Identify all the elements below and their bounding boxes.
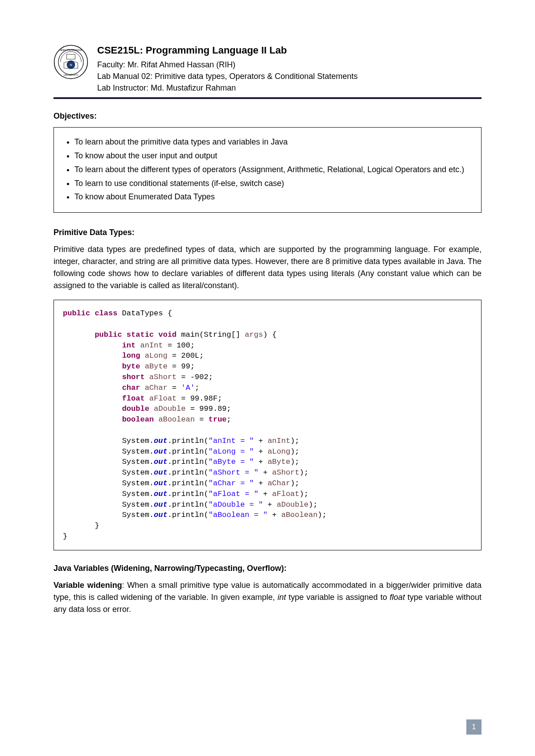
code-string: "aLong = " bbox=[208, 447, 254, 456]
objective-item: To learn to use conditional statements (… bbox=[74, 177, 472, 190]
code-string: "aFloat = " bbox=[208, 490, 258, 498]
code-string: "anInt = " bbox=[208, 437, 254, 445]
header-row: SEEK KNOWLEDGE UNIVERSITY N CSE215L: Pro… bbox=[54, 45, 482, 94]
code-field: out bbox=[154, 437, 168, 445]
code-var: aShort bbox=[149, 373, 177, 381]
code-keyword: true bbox=[208, 415, 226, 424]
code-keyword: double bbox=[122, 405, 149, 413]
code-keyword: char bbox=[122, 384, 140, 392]
code-literal: 99.98F bbox=[190, 394, 218, 403]
objective-item: To learn about the different types of op… bbox=[74, 163, 472, 176]
code-literal: 999.89 bbox=[199, 405, 226, 413]
code-literal: 200L bbox=[181, 351, 199, 360]
manual-line: Lab Manual 02: Primitive data types, Ope… bbox=[97, 70, 358, 82]
code-text: System. bbox=[122, 479, 154, 487]
code-string: "aDouble = " bbox=[208, 500, 263, 509]
objective-item: To know about Enumerated Data Types bbox=[74, 190, 472, 203]
objective-item: To know about the user input and output bbox=[74, 149, 472, 162]
code-literal: 100 bbox=[177, 341, 190, 350]
widening-paragraph: Variable widening: When a small primitiv… bbox=[54, 579, 482, 616]
code-var: aChar bbox=[268, 479, 290, 487]
code-text: .println( bbox=[168, 479, 209, 487]
code-literal: -902 bbox=[190, 373, 209, 381]
code-text: System. bbox=[122, 447, 154, 456]
objective-item: To learn about the primitive data types … bbox=[74, 136, 472, 149]
code-text: System. bbox=[122, 500, 154, 509]
code-var: args bbox=[245, 330, 263, 339]
code-field: out bbox=[154, 458, 168, 466]
code-var: aShort bbox=[272, 468, 299, 477]
widening-label: Variable widening bbox=[54, 581, 122, 590]
code-text: System. bbox=[122, 511, 154, 519]
objectives-list: To learn about the primitive data types … bbox=[63, 136, 472, 203]
code-text: System. bbox=[122, 468, 154, 477]
svg-text:UNIVERSITY: UNIVERSITY bbox=[64, 74, 78, 76]
university-logo-icon: SEEK KNOWLEDGE UNIVERSITY N bbox=[54, 45, 88, 79]
code-text: .println( bbox=[168, 437, 209, 445]
faculty-line: Faculty: Mr. Rifat Ahmed Hassan (RIH) bbox=[97, 59, 358, 70]
primitive-paragraph: Primitive data types are predefined type… bbox=[54, 244, 482, 292]
code-var: aDouble bbox=[277, 500, 309, 509]
code-keyword: long bbox=[122, 351, 140, 360]
code-text: main(String[] bbox=[177, 330, 245, 339]
code-text: System. bbox=[122, 437, 154, 445]
code-text: .println( bbox=[168, 468, 209, 477]
code-text: .println( bbox=[168, 511, 209, 519]
code-field: out bbox=[154, 490, 168, 498]
code-text: .println( bbox=[168, 490, 209, 498]
code-var: aLong bbox=[145, 351, 168, 360]
code-text: System. bbox=[122, 458, 154, 466]
code-literal: 99 bbox=[181, 362, 190, 371]
header-divider bbox=[54, 97, 482, 99]
code-string: 'A' bbox=[181, 384, 195, 392]
code-var: anInt bbox=[140, 341, 163, 350]
code-keyword: byte bbox=[122, 362, 140, 371]
header-text-block: CSE215L: Programming Language II Lab Fac… bbox=[97, 45, 358, 94]
code-var: aChar bbox=[145, 384, 168, 392]
variables-heading: Java Variables (Widening, Narrowing/Type… bbox=[54, 564, 482, 573]
code-keyword: boolean bbox=[122, 415, 154, 424]
code-var: anInt bbox=[268, 437, 290, 445]
code-var: aBoolean bbox=[281, 511, 318, 519]
code-var: aDouble bbox=[154, 405, 185, 413]
code-string: "aShort = " bbox=[208, 468, 258, 477]
code-string: "aBoolean = " bbox=[208, 511, 268, 519]
italic-term: int bbox=[277, 593, 286, 602]
code-text: .println( bbox=[168, 500, 209, 509]
course-title: CSE215L: Programming Language II Lab bbox=[97, 45, 358, 56]
code-var: aBoolean bbox=[158, 415, 195, 424]
svg-rect-4 bbox=[67, 54, 75, 59]
page-number-badge: 1 bbox=[466, 719, 482, 735]
italic-term: float bbox=[390, 593, 405, 602]
code-string: "aByte = " bbox=[208, 458, 254, 466]
widening-text: type variable is assigned to bbox=[286, 593, 390, 602]
code-keyword: short bbox=[122, 373, 145, 381]
code-keyword: float bbox=[122, 394, 145, 403]
code-keyword: public static void bbox=[95, 330, 177, 339]
code-field: out bbox=[154, 468, 168, 477]
code-text: .println( bbox=[168, 458, 209, 466]
code-var: aFloat bbox=[272, 490, 299, 498]
code-field: out bbox=[154, 447, 168, 456]
code-string: "aChar = " bbox=[208, 479, 254, 487]
code-field: out bbox=[154, 479, 168, 487]
code-var: aLong bbox=[268, 447, 290, 456]
objectives-box: To learn about the primitive data types … bbox=[54, 127, 482, 213]
svg-text:N: N bbox=[70, 63, 72, 67]
code-var: aByte bbox=[268, 458, 290, 466]
instructor-line: Lab Instructor: Md. Mustafizur Rahman bbox=[97, 82, 358, 94]
code-keyword: int bbox=[122, 341, 136, 350]
code-field: out bbox=[154, 500, 168, 509]
code-text: DataTypes { bbox=[117, 309, 172, 318]
code-text: System. bbox=[122, 490, 154, 498]
objectives-heading: Objectives: bbox=[54, 112, 482, 121]
code-block: public class DataTypes { public static v… bbox=[54, 300, 482, 550]
code-var: aFloat bbox=[149, 394, 177, 403]
primitive-heading: Primitive Data Types: bbox=[54, 228, 482, 237]
svg-text:SEEK KNOWLEDGE: SEEK KNOWLEDGE bbox=[59, 49, 82, 51]
code-keyword: public class bbox=[63, 309, 117, 318]
code-text: .println( bbox=[168, 447, 209, 456]
code-field: out bbox=[154, 511, 168, 519]
code-text: ) { bbox=[263, 330, 277, 339]
page-container: SEEK KNOWLEDGE UNIVERSITY N CSE215L: Pro… bbox=[0, 0, 535, 756]
